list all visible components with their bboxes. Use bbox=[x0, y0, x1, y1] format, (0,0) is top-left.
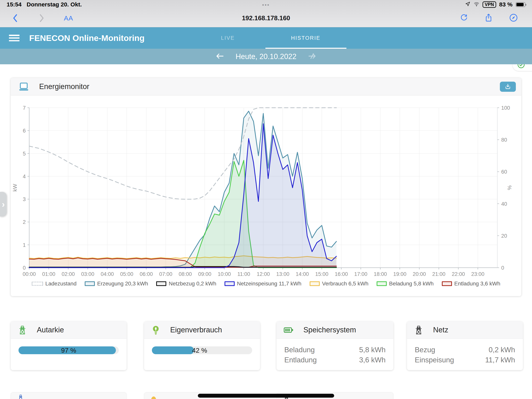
y-axis-tick-right: 80 bbox=[501, 137, 507, 143]
legend-item[interactable]: Netzbezug 0,2 kWh bbox=[156, 281, 216, 287]
table-row: Beladung 5,8 kWh bbox=[284, 345, 386, 355]
vpn-badge: VPN bbox=[482, 1, 496, 8]
netz-header: Netz bbox=[407, 322, 523, 339]
multitasking-dots-icon: ••• bbox=[262, 2, 270, 8]
legend-item[interactable]: Netzeinspeisung 11,7 kWh bbox=[225, 281, 301, 287]
legend-item[interactable]: Ladezustand bbox=[32, 281, 76, 287]
side-drawer-handle[interactable]: › bbox=[0, 192, 7, 216]
legend-label: Entladung 3,6 kWh bbox=[454, 281, 500, 287]
autarkie-title: Autarkie bbox=[37, 326, 64, 334]
row-value: 0,2 kWh bbox=[488, 345, 515, 355]
x-axis-tick: 03:00 bbox=[81, 271, 95, 277]
x-axis-tick: 04:00 bbox=[101, 271, 114, 277]
row-label: Entladung bbox=[284, 355, 317, 365]
app-title: FENECON Online-Monitoring bbox=[29, 27, 145, 49]
tab-live[interactable]: LIVE bbox=[204, 27, 251, 49]
legend-item[interactable]: Beladung 5,8 kWh bbox=[377, 281, 434, 287]
address-bar[interactable]: 192.168.178.160 bbox=[242, 9, 290, 27]
eigenverbrauch-header: Eigenverbrauch bbox=[144, 322, 260, 339]
y-axis-tick-right: 100 bbox=[501, 105, 510, 111]
x-axis-tick: 09:00 bbox=[198, 271, 211, 277]
eigenverbrauch-card: Eigenverbrauch 42 % bbox=[144, 322, 260, 370]
energiemonitor-header: Energiemonitor bbox=[11, 78, 521, 96]
speichersystem-rows: Beladung 5,8 kWh Entladung 3,6 kWh bbox=[284, 345, 386, 365]
y-axis-tick-left: 3 bbox=[23, 196, 26, 202]
battery-percent: 83 % bbox=[499, 1, 513, 8]
speichersystem-card: Speichersystem Beladung 5,8 kWh Entladun… bbox=[277, 322, 393, 370]
legend-item[interactable]: Entladung 3,6 kWh bbox=[442, 281, 500, 287]
row-value: 3,6 kWh bbox=[359, 355, 386, 365]
share-icon[interactable] bbox=[484, 13, 493, 23]
autarkie-header: Autarkie bbox=[11, 322, 127, 339]
x-axis-tick: 20:00 bbox=[413, 271, 426, 277]
autarkie-progress: 97 % bbox=[19, 346, 119, 354]
legend-swatch bbox=[377, 281, 387, 286]
x-axis-tick: 00:00 bbox=[23, 271, 36, 277]
y-axis-tick-left: 4 bbox=[23, 174, 26, 180]
legend-label: Netzbezug 0,2 kWh bbox=[169, 281, 216, 287]
legend-swatch bbox=[225, 281, 235, 286]
y-axis-tick-left: 5 bbox=[23, 151, 26, 157]
next-day-arrow-disabled-icon bbox=[308, 52, 317, 61]
menu-hamburger-icon[interactable] bbox=[9, 35, 19, 41]
speichersystem-title: Speichersystem bbox=[303, 326, 356, 334]
x-axis-tick: 02:00 bbox=[62, 271, 75, 277]
status-bar: 15:54 Donnerstag 20. Okt. ••• VPN 83 % bbox=[0, 0, 532, 9]
row-value: 5,8 kWh bbox=[359, 345, 386, 355]
partial-card-1 bbox=[11, 392, 127, 399]
table-row: Entladung 3,6 kWh bbox=[284, 355, 386, 365]
legend-label: Erzeugung 20,3 kWh bbox=[97, 281, 148, 287]
legend-swatch bbox=[85, 281, 95, 286]
chevron-right-icon: › bbox=[2, 199, 5, 209]
ipad-safari-screen: 15:54 Donnerstag 20. Okt. ••• VPN 83 % bbox=[0, 0, 532, 399]
download-button[interactable] bbox=[500, 82, 516, 92]
legend-swatch bbox=[310, 281, 320, 286]
legend-item[interactable]: Erzeugung 20,3 kWh bbox=[85, 281, 148, 287]
x-axis-tick: 01:00 bbox=[42, 271, 55, 277]
row-value: 11,7 kWh bbox=[485, 355, 515, 365]
table-row: Einspeisung 11,7 kWh bbox=[415, 355, 515, 365]
pylon-black-icon bbox=[414, 325, 424, 335]
legend-swatch bbox=[32, 282, 43, 286]
pylon-blue-icon-partial bbox=[16, 394, 25, 399]
pylon-green-icon bbox=[17, 325, 27, 335]
tabs-compass-icon[interactable] bbox=[509, 13, 518, 23]
wifi-icon bbox=[474, 1, 479, 7]
y-axis-tick-left: 2 bbox=[23, 219, 26, 225]
home-indicator[interactable] bbox=[198, 394, 334, 398]
y-axis-tick-left: 7 bbox=[23, 105, 26, 111]
reader-aa-button[interactable]: AA bbox=[64, 14, 73, 22]
eigenverbrauch-progress: 42 % bbox=[152, 346, 252, 354]
y-axis-title-right: % bbox=[507, 185, 513, 190]
back-button[interactable] bbox=[12, 14, 18, 22]
x-axis-tick: 16:00 bbox=[335, 271, 348, 277]
legend-label: Verbrauch 6,5 kWh bbox=[322, 281, 368, 287]
autarkie-card: Autarkie 97 % bbox=[11, 322, 127, 370]
x-axis-tick: 13:00 bbox=[276, 271, 289, 277]
eigenverbrauch-progress-fill bbox=[152, 346, 194, 354]
y-axis-tick-right: 0 bbox=[501, 265, 504, 271]
y-axis-tick-right: 60 bbox=[501, 169, 507, 175]
legend-item[interactable]: Verbrauch 6,5 kWh bbox=[310, 281, 368, 287]
chart-legend: LadezustandErzeugung 20,3 kWhNetzbezug 0… bbox=[11, 281, 521, 287]
table-row: Bezug 0,2 kWh bbox=[415, 345, 515, 355]
x-axis-tick: 12:00 bbox=[257, 271, 270, 277]
x-axis-tick: 10:00 bbox=[218, 271, 231, 277]
date-navigation: Heute, 20.10.2022 bbox=[0, 49, 532, 64]
x-axis-tick: 06:00 bbox=[140, 271, 153, 277]
reload-icon[interactable] bbox=[460, 14, 468, 23]
legend-label: Netzeinspeisung 11,7 kWh bbox=[237, 281, 301, 287]
safari-toolbar: AA 192.168.178.160 bbox=[0, 9, 532, 27]
browser-chrome: 15:54 Donnerstag 20. Okt. ••• VPN 83 % bbox=[0, 0, 532, 27]
y-axis-title-left: kW bbox=[12, 184, 18, 192]
forward-button[interactable] bbox=[38, 14, 45, 22]
x-axis-tick: 21:00 bbox=[432, 271, 446, 277]
x-axis-tick: 18:00 bbox=[374, 271, 387, 277]
x-axis-tick: 23:00 bbox=[471, 271, 484, 277]
energy-chart-svg[interactable]: 00:0001:0002:0003:0004:0005:0006:0007:00… bbox=[12, 105, 518, 280]
x-axis-tick: 19:00 bbox=[393, 271, 406, 277]
prev-day-arrow-icon[interactable] bbox=[215, 52, 224, 61]
eigenverbrauch-percent-label: 42 % bbox=[192, 346, 207, 354]
tab-historie[interactable]: HISTORIE bbox=[267, 27, 345, 49]
x-axis-tick: 11:00 bbox=[237, 271, 250, 277]
